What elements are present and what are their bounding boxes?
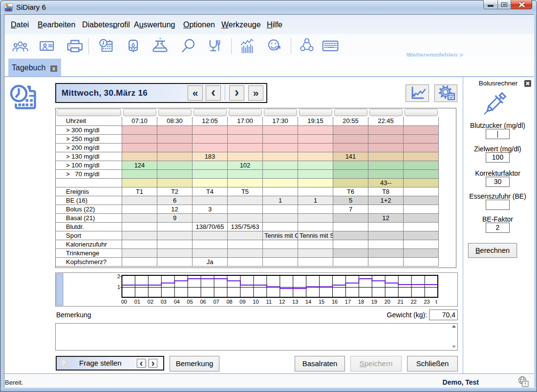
svg-text:04: 04	[174, 299, 180, 305]
svg-text:20: 20	[385, 299, 390, 305]
svg-text:12: 12	[279, 299, 285, 305]
svg-text:21: 21	[398, 299, 404, 305]
svg-text:18: 18	[358, 299, 364, 305]
svg-text:02: 02	[148, 299, 153, 305]
svg-text:10: 10	[253, 299, 258, 305]
svg-text:1: 1	[117, 284, 120, 290]
svg-text:07: 07	[213, 299, 219, 305]
svg-text:06: 06	[200, 299, 206, 305]
svg-text:11: 11	[266, 299, 272, 305]
svg-text:16: 16	[332, 299, 338, 305]
svg-text:13: 13	[292, 299, 298, 305]
svg-text:t: t	[435, 299, 437, 305]
svg-text:14: 14	[305, 299, 311, 305]
svg-text:05: 05	[187, 299, 193, 305]
svg-text:03: 03	[161, 299, 167, 305]
svg-text:17: 17	[345, 299, 351, 305]
svg-text:00: 00	[121, 299, 127, 305]
svg-text:23: 23	[424, 299, 430, 305]
svg-text:2: 2	[117, 273, 120, 279]
svg-text:08: 08	[226, 299, 232, 305]
svg-text:15: 15	[319, 299, 324, 305]
svg-text:09: 09	[239, 299, 245, 305]
svg-text:22: 22	[410, 299, 416, 305]
svg-text:19: 19	[371, 299, 377, 305]
svg-text:01: 01	[134, 299, 140, 305]
